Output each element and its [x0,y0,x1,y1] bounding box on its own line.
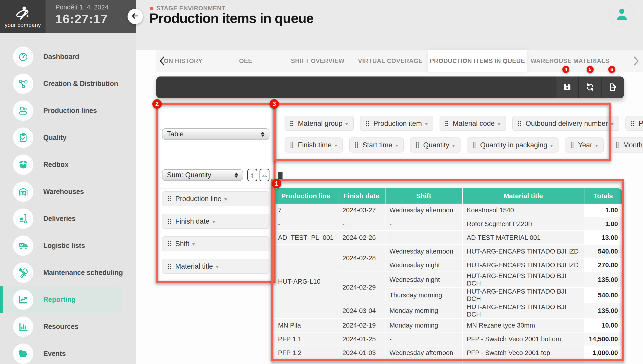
chevron-down-icon[interactable] [345,123,348,125]
drag-handle-icon[interactable] [167,196,171,202]
sidebar-item-redbox[interactable]: Redbox [0,151,136,178]
sidebar-item-creation-distribution[interactable]: Creation & Distribution [0,70,136,97]
chevron-right-icon [633,56,639,66]
tab-production-items-in-queue[interactable]: PRODUCTION ITEMS IN QUEUE [428,50,527,72]
field-chip-material-group[interactable]: Material group [285,116,354,131]
tab-virtual-coverage[interactable]: VIRTUAL COVERAGE [354,50,427,72]
sidebar-item-label: Dashboard [43,53,79,61]
drag-handle-icon[interactable] [290,120,294,126]
field-chip-month[interactable]: Month [610,138,643,152]
drag-handle-icon[interactable] [615,142,619,148]
toolbar-actions [556,76,624,98]
sidebar-item-maintenance-scheduling[interactable]: Maintenance scheduling [0,259,136,286]
save-button[interactable] [556,76,578,98]
export-icon [608,83,617,92]
field-chip-quantity-in-packaging[interactable]: Quantity in packaging [467,138,558,152]
drag-handle-icon[interactable] [290,142,294,148]
table-total-cell: 1,000.00 [584,346,622,360]
tab-on-history[interactable]: ON HISTORY [158,50,208,72]
chevron-down-icon[interactable] [192,244,195,246]
sidebar-item-logistic-lists[interactable]: Logistic lists [0,232,136,259]
table-cell: 7 [274,204,338,217]
drag-handle-icon[interactable] [570,142,574,148]
drag-handle-icon[interactable] [445,120,449,126]
sidebar-item-warehouses[interactable]: Warehouses [0,178,136,205]
drag-handle-mark[interactable] [278,172,283,179]
drag-handle-icon[interactable] [167,263,171,269]
pivot-config-panel: Table Sum: Quantity ↕ ↔ Production lineF… [159,106,273,280]
aggregator-select-value: Sum: Quantity [167,171,211,179]
table-cell: 2024-01-25 [338,332,385,346]
chevron-down-icon[interactable] [224,198,227,201]
sidebar-item-events[interactable]: Events [0,340,136,364]
renderer-select[interactable]: Table [162,128,270,140]
chevron-down-icon[interactable] [452,145,455,147]
filter-row-1: Material groupProduction itemMaterial co… [285,116,610,131]
field-chip-production-item[interactable]: Production item [360,116,433,131]
sidebar-item-resources[interactable]: Resources [0,313,136,340]
field-chip-label: Finish date [175,217,209,226]
sidebar-item-label: Redbox [43,161,69,169]
back-button[interactable] [127,9,143,24]
refresh-button[interactable] [578,76,601,98]
warehouse-icon [13,182,33,202]
user-profile-button[interactable] [609,2,634,27]
chevron-down-icon[interactable] [216,266,219,268]
chevron-down-icon[interactable] [610,123,614,125]
aggregator-select[interactable]: Sum: Quantity [162,169,243,181]
sidebar-item-label: Resources [43,322,78,331]
field-chip-quantity[interactable]: Quantity [410,138,461,152]
table-cell: HUT-ARG-ENCAPS TINTADO BJI DCH [463,288,584,303]
chevron-down-icon[interactable] [395,145,398,147]
tab-shift-overview[interactable]: SHIFT OVERVIEW [283,50,353,72]
sort-rows-button[interactable]: ↕ [247,169,257,181]
sort-columns-button[interactable]: ↔ [260,169,270,181]
drag-handle-icon[interactable] [167,218,171,224]
field-chip-material-title[interactable]: Material title [162,259,270,274]
chevron-down-icon[interactable] [334,145,337,147]
chevron-down-icon[interactable] [550,145,553,147]
chevron-down-icon[interactable] [425,123,428,125]
drag-handle-icon[interactable] [631,120,635,126]
table-cell: 2024-03-27 [338,204,385,217]
sidebar-item-production-lines[interactable]: Production lines [0,97,136,124]
table-cell: Monday morning [385,319,463,332]
field-chip-outbound-delivery-number[interactable]: Outbound delivery number [512,116,619,131]
drag-handle-icon[interactable] [518,120,522,126]
drag-handle-icon[interactable] [415,142,419,148]
sidebar-item-quality[interactable]: Quality [0,124,136,151]
sidebar-item-label: Reporting [43,296,76,304]
table-cell: TEST TV [463,360,584,364]
tab-warehouse-materials[interactable]: WAREHOUSE MATERIALS [528,50,612,72]
field-chip-year[interactable]: Year [565,138,603,152]
sidebar-item-deliveries[interactable]: Deliveries [0,205,136,232]
drag-handle-icon[interactable] [365,120,369,126]
drag-handle-icon[interactable] [167,241,171,247]
drag-handle-icon[interactable] [355,142,358,148]
field-chip-material-code[interactable]: Material code [440,116,506,131]
table-cell: Wednesday night [385,258,463,272]
sidebar-item-reporting[interactable]: Reporting [0,286,122,313]
tab-oee[interactable]: OEE [220,50,271,72]
chevron-down-icon[interactable] [595,145,598,147]
chevron-down-icon[interactable] [498,123,501,125]
field-chip-label: Year [578,141,592,149]
sidebar-item-dashboard[interactable]: Dashboard [0,43,136,70]
folder-icon [13,344,33,364]
field-chip-finish-time[interactable]: Finish time [285,138,343,152]
field-chip-production-time[interactable]: Production time [625,116,643,131]
table-total-cell: 135.00 [584,303,622,319]
company-logo[interactable]: your company [0,0,46,33]
chevron-down-icon[interactable] [212,221,216,223]
table-cell: MN Pila [274,319,338,332]
drag-handle-icon[interactable] [472,142,476,148]
field-chip-start-time[interactable]: Start time [349,138,404,152]
field-chip-production-line[interactable]: Production line [162,191,270,206]
tabs-scroll-right-button[interactable] [631,50,641,72]
export-button[interactable] [601,76,624,98]
field-chip-finish-date[interactable]: Finish date [162,214,270,229]
quality-clipboard-icon [13,128,33,148]
field-chip-shift[interactable]: Shift [162,236,270,251]
table-row: MN Pila2024-02-19Monday morningMN Rezane… [274,319,622,332]
sidebar: your company Pondělí 1. 4. 2024 16:27:17… [0,0,136,364]
